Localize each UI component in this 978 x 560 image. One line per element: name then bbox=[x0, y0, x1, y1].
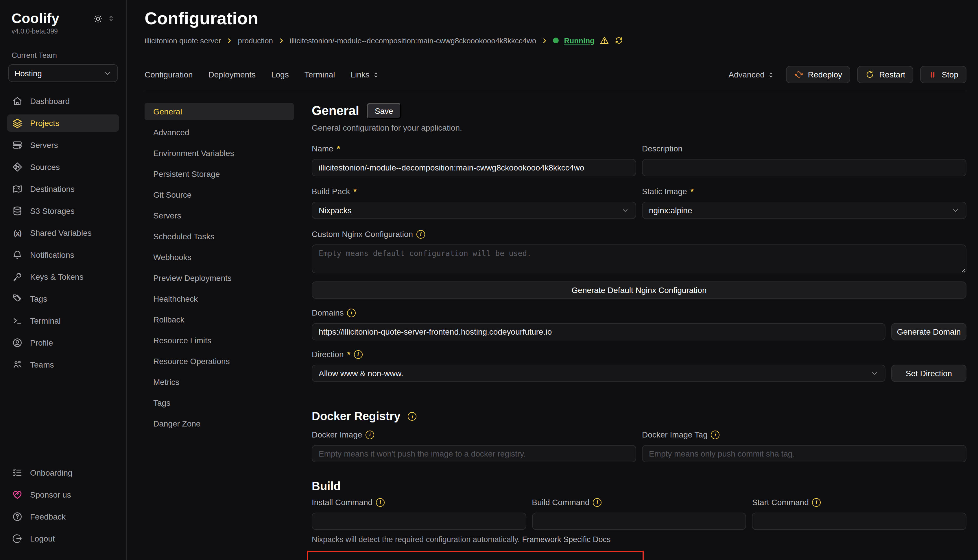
breadcrumb-project[interactable]: illicitonion quote server bbox=[145, 36, 221, 45]
chevron-down-icon bbox=[104, 69, 112, 77]
restart-label: Restart bbox=[879, 70, 905, 79]
git-source-icon bbox=[12, 162, 23, 172]
subnav-danger-zone[interactable]: Danger Zone bbox=[145, 415, 294, 432]
info-icon[interactable]: i bbox=[416, 230, 425, 238]
bell-icon bbox=[12, 250, 23, 260]
custom-nginx-label: Custom Nginx Configuration bbox=[312, 230, 413, 239]
sidebar-item-servers[interactable]: Servers bbox=[7, 137, 119, 154]
warning-triangle-icon[interactable] bbox=[600, 36, 609, 45]
sidebar-item-terminal[interactable]: Terminal bbox=[7, 312, 119, 329]
subnav-general[interactable]: General bbox=[145, 103, 294, 120]
tab-logs[interactable]: Logs bbox=[271, 70, 289, 79]
section-heading-docker-registry: Docker Registry bbox=[312, 410, 401, 423]
sidebar-item-sources[interactable]: Sources bbox=[7, 158, 119, 176]
build-pack-label: Build Pack bbox=[312, 187, 350, 196]
info-icon[interactable]: i bbox=[593, 498, 602, 507]
sidebar-item-projects[interactable]: Projects bbox=[7, 115, 119, 132]
docker-image-tag-input[interactable] bbox=[642, 445, 966, 462]
subnav-environment-variables[interactable]: Environment Variables bbox=[145, 145, 294, 162]
subnav-rollback[interactable]: Rollback bbox=[145, 311, 294, 328]
tags-icon bbox=[12, 293, 23, 304]
info-icon[interactable]: i bbox=[347, 308, 356, 317]
sidebar-item-feedback[interactable]: Feedback bbox=[7, 508, 119, 525]
breadcrumb-application[interactable]: illicitestonion/-module--decomposition:m… bbox=[290, 36, 537, 45]
generate-domain-button[interactable]: Generate Domain bbox=[891, 323, 966, 340]
sidebar-item-teams[interactable]: Teams bbox=[7, 356, 119, 373]
subnav-webhooks[interactable]: Webhooks bbox=[145, 248, 294, 266]
generate-nginx-button[interactable]: Generate Default Nginx Configuration bbox=[312, 282, 966, 299]
sidebar-item-s3-storages[interactable]: S3 Storages bbox=[7, 202, 119, 220]
sidebar-item-logout[interactable]: Logout bbox=[7, 530, 119, 547]
heart-hands-icon bbox=[12, 490, 23, 500]
subnav-persistent-storage[interactable]: Persistent Storage bbox=[145, 165, 294, 183]
status-running-link[interactable]: Running bbox=[564, 36, 595, 45]
sidebar-item-onboarding[interactable]: Onboarding bbox=[7, 464, 119, 482]
breadcrumb-environment[interactable]: production bbox=[238, 36, 273, 45]
restart-button[interactable]: Restart bbox=[857, 66, 913, 83]
subnav-preview-deployments[interactable]: Preview Deployments bbox=[145, 269, 294, 287]
sidebar-item-profile[interactable]: Profile bbox=[7, 334, 119, 352]
set-direction-button[interactable]: Set Direction bbox=[891, 365, 966, 382]
tab-links[interactable]: Links bbox=[351, 70, 379, 79]
description-input[interactable] bbox=[642, 159, 966, 176]
restart-icon bbox=[865, 70, 874, 79]
info-icon[interactable]: i bbox=[711, 430, 720, 439]
tab-deployments[interactable]: Deployments bbox=[209, 70, 256, 79]
name-label: Name bbox=[312, 144, 333, 153]
install-command-input[interactable] bbox=[312, 513, 526, 530]
info-icon[interactable]: i bbox=[376, 498, 385, 507]
tab-links-label: Links bbox=[351, 70, 369, 79]
direction-select[interactable]: Allow www & non-www. bbox=[312, 365, 886, 382]
sidebar-item-label: Projects bbox=[30, 118, 59, 128]
app-window: Coolify v4.0.0-beta.399 Current Team Hos… bbox=[0, 0, 978, 560]
subnav-scheduled-tasks[interactable]: Scheduled Tasks bbox=[145, 228, 294, 245]
sidebar-item-keys-tokens[interactable]: Keys & Tokens bbox=[7, 268, 119, 285]
build-command-input[interactable] bbox=[532, 513, 746, 530]
info-icon[interactable]: i bbox=[408, 412, 417, 421]
redeploy-icon bbox=[794, 70, 803, 79]
sidebar-item-shared-variables[interactable]: (x) Shared Variables bbox=[7, 224, 119, 242]
key-icon bbox=[12, 272, 23, 282]
stop-button[interactable]: Stop bbox=[920, 66, 966, 83]
tab-terminal[interactable]: Terminal bbox=[304, 70, 335, 79]
subnav-servers[interactable]: Servers bbox=[145, 207, 294, 224]
domains-input[interactable] bbox=[312, 323, 886, 340]
subnav-tags[interactable]: Tags bbox=[145, 394, 294, 412]
subnav-git-source[interactable]: Git Source bbox=[145, 186, 294, 203]
sidebar-item-sponsor-us[interactable]: Sponsor us bbox=[7, 486, 119, 503]
subnav-metrics[interactable]: Metrics bbox=[145, 373, 294, 391]
framework-docs-link[interactable]: Framework Specific Docs bbox=[522, 535, 610, 544]
subnav-resource-limits[interactable]: Resource Limits bbox=[145, 332, 294, 349]
refresh-icon[interactable] bbox=[614, 36, 624, 45]
sidebar-item-destinations[interactable]: Destinations bbox=[7, 180, 119, 198]
info-icon[interactable]: i bbox=[354, 350, 362, 358]
start-command-input[interactable] bbox=[752, 513, 966, 530]
required-marker: * bbox=[353, 187, 356, 196]
info-icon[interactable]: i bbox=[366, 430, 374, 439]
docker-image-input[interactable] bbox=[312, 445, 636, 462]
section-heading-build: Build bbox=[312, 480, 341, 492]
description-label: Description bbox=[642, 144, 682, 153]
subnav-healthcheck[interactable]: Healthcheck bbox=[145, 290, 294, 307]
sidebar-item-notifications[interactable]: Notifications bbox=[7, 246, 119, 263]
subnav-advanced[interactable]: Advanced bbox=[145, 124, 294, 141]
theme-switcher-chevrons-icon[interactable] bbox=[107, 15, 115, 23]
redeploy-button[interactable]: Redeploy bbox=[786, 66, 850, 83]
custom-nginx-textarea[interactable] bbox=[312, 245, 966, 273]
info-icon[interactable]: i bbox=[812, 498, 821, 507]
section-subtitle: General configuration for your applicati… bbox=[312, 123, 966, 132]
static-image-select[interactable]: nginx:alpine bbox=[642, 202, 966, 219]
map-icon bbox=[12, 184, 23, 194]
build-pack-select[interactable]: Nixpacks bbox=[312, 202, 636, 219]
subnav-resource-operations[interactable]: Resource Operations bbox=[145, 353, 294, 370]
sidebar-item-label: S3 Storages bbox=[30, 206, 75, 215]
tab-configuration[interactable]: Configuration bbox=[145, 70, 193, 79]
save-button[interactable]: Save bbox=[367, 103, 401, 119]
sidebar-item-tags[interactable]: Tags bbox=[7, 290, 119, 307]
redeploy-label: Redeploy bbox=[808, 70, 842, 79]
advanced-dropdown[interactable]: Advanced bbox=[729, 70, 774, 79]
theme-toggle-sun-icon[interactable] bbox=[93, 13, 103, 23]
sidebar-item-dashboard[interactable]: Dashboard bbox=[7, 92, 119, 110]
team-select[interactable]: Hosting bbox=[8, 64, 118, 82]
name-input[interactable] bbox=[312, 159, 636, 176]
